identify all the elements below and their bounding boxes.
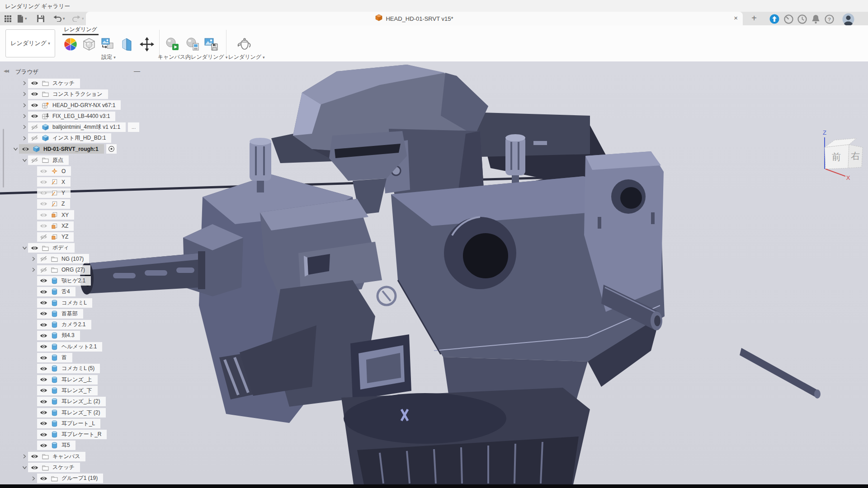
visibility-eye-icon[interactable] — [39, 289, 47, 295]
tree-row[interactable]: 耳レンズ_下 (2) — [0, 407, 149, 418]
tree-row[interactable]: グループ1 (19) — [0, 473, 149, 484]
tree-row[interactable]: ボディ — [0, 242, 149, 253]
render-teapot-icon[interactable] — [236, 37, 255, 52]
visibility-eye-icon[interactable] — [39, 179, 47, 185]
activate-component-radio[interactable] — [106, 144, 117, 154]
view-cube[interactable]: Z X 前 右 — [820, 129, 868, 183]
tree-row[interactable]: ORG (27) — [0, 264, 149, 275]
visibility-eye-icon[interactable] — [39, 223, 47, 229]
minimize-panel-icon[interactable]: — — [134, 67, 140, 75]
chevron-icon[interactable] — [30, 256, 37, 262]
scene-settings-icon[interactable] — [81, 37, 97, 52]
visibility-eye-icon[interactable] — [30, 103, 38, 108]
profile-avatar[interactable] — [842, 13, 854, 25]
history-clock-icon[interactable] — [797, 14, 807, 24]
chevron-icon[interactable] — [30, 267, 37, 272]
chevron-icon[interactable] — [12, 147, 19, 151]
chevron-icon[interactable] — [21, 465, 28, 469]
group-label-setup[interactable]: 設定▾ — [63, 53, 154, 61]
undo-icon[interactable]: ▾ — [53, 13, 65, 24]
render-in-canvas-settings-icon[interactable] — [184, 37, 201, 52]
document-tab[interactable]: HEAD_HD-01-SRVT v15* × — [86, 12, 743, 25]
collapse-panel-icon[interactable]: ◀◀ — [4, 69, 8, 73]
tree-row[interactable]: 耳5 — [0, 440, 149, 451]
visibility-eye-icon[interactable] — [39, 366, 47, 371]
tree-row[interactable]: 顎ヒゲ2.1 — [0, 275, 149, 286]
visibility-eye-icon[interactable] — [39, 410, 47, 415]
tree-row[interactable]: 頬4.3 — [0, 330, 149, 341]
visibility-eye-icon[interactable] — [30, 113, 38, 119]
tree-row[interactable]: HD-01-SRVT_rough:1 — [0, 144, 149, 155]
notifications-bell-icon[interactable] — [810, 14, 821, 24]
tree-row[interactable]: 耳レンズ_上 (2) — [0, 396, 149, 407]
chevron-icon[interactable] — [21, 91, 28, 97]
viewcube-right-face[interactable]: 右 — [851, 151, 860, 161]
tree-row[interactable]: HEAD_HD-GRY-NX v67:1 — [0, 100, 149, 111]
tree-row[interactable]: インスト用_HD_BD:1 — [0, 132, 149, 143]
visibility-eye-icon[interactable] — [39, 377, 47, 382]
visibility-eye-icon[interactable] — [39, 311, 47, 316]
tree-row[interactable]: Z — [0, 198, 149, 209]
decal-icon[interactable] — [100, 37, 116, 52]
visibility-eye-icon[interactable] — [39, 355, 47, 361]
tree-row[interactable]: 首 — [0, 352, 149, 363]
visibility-eye-icon[interactable] — [30, 91, 38, 97]
chevron-icon[interactable] — [21, 158, 28, 162]
move-icon[interactable] — [139, 37, 155, 52]
overflow-ellipsis[interactable]: ... — [128, 122, 139, 132]
group-label-in-canvas-render[interactable]: キャンバス内レンダリング▾ — [149, 53, 236, 61]
tree-row[interactable]: balljointmini_4mm球 v1 v1:1 ... — [0, 122, 149, 132]
job-status-icon[interactable] — [769, 14, 780, 24]
visibility-eye-icon[interactable] — [39, 190, 47, 196]
visibility-eye-icon[interactable] — [30, 80, 38, 86]
visibility-eye-icon[interactable] — [39, 322, 47, 328]
tree-row[interactable]: ヘルメット2.1 — [0, 341, 149, 352]
visibility-eye-icon[interactable] — [39, 278, 47, 283]
file-icon[interactable]: ▾ — [17, 13, 27, 24]
visibility-eye-icon[interactable] — [30, 124, 38, 130]
tree-row[interactable]: O — [0, 165, 149, 176]
visibility-eye-icon[interactable] — [30, 454, 38, 459]
chevron-icon[interactable] — [21, 454, 28, 459]
tree-row[interactable]: Y — [0, 188, 149, 198]
chevron-icon[interactable] — [21, 246, 28, 250]
chevron-icon[interactable] — [21, 113, 28, 119]
visibility-eye-icon[interactable] — [39, 421, 47, 426]
visibility-eye-icon[interactable] — [39, 169, 47, 174]
save-icon[interactable] — [37, 13, 44, 24]
usage-meter-icon[interactable] — [783, 14, 794, 24]
visibility-eye-icon[interactable] — [39, 476, 47, 481]
render-in-canvas-icon[interactable] — [164, 37, 180, 52]
tree-row[interactable]: XY — [0, 210, 149, 221]
ribbon-tab-render[interactable]: レンダリング — [62, 26, 99, 33]
redo-icon[interactable]: ▾ — [72, 13, 84, 24]
tree-row[interactable]: スケッチ — [0, 462, 149, 473]
tree-row[interactable]: 原点 — [0, 155, 149, 165]
tree-row[interactable]: 耳プレケート_R — [0, 429, 149, 440]
visibility-eye-icon[interactable] — [39, 443, 47, 448]
close-tab-icon[interactable]: × — [734, 14, 738, 22]
tree-row[interactable]: 首基部 — [0, 308, 149, 319]
visibility-eye-icon[interactable] — [39, 344, 47, 349]
visibility-eye-icon[interactable] — [39, 212, 47, 218]
tree-row[interactable]: コメカミL — [0, 297, 149, 308]
tree-row[interactable]: YZ — [0, 231, 149, 242]
tree-row[interactable]: 舌4 — [0, 286, 149, 297]
new-tab-button[interactable]: + — [749, 14, 760, 24]
visibility-eye-icon[interactable] — [39, 300, 47, 305]
visibility-eye-icon[interactable] — [30, 135, 38, 141]
visibility-eye-icon[interactable] — [39, 388, 47, 393]
visibility-eye-icon[interactable] — [39, 234, 47, 240]
help-icon[interactable]: ? — [824, 14, 835, 24]
visibility-eye-icon[interactable] — [30, 157, 38, 163]
chevron-icon[interactable] — [21, 124, 28, 130]
tree-row[interactable]: カメラ2.1 — [0, 319, 149, 330]
chevron-icon[interactable] — [21, 136, 28, 141]
tree-row[interactable]: キャンバス — [0, 451, 149, 462]
visibility-eye-icon[interactable] — [39, 267, 47, 273]
tree-row[interactable]: コメカミL (5) — [0, 363, 149, 374]
tree-row[interactable]: スケッチ — [0, 78, 149, 89]
texture-map-icon[interactable] — [119, 37, 135, 52]
visibility-eye-icon[interactable] — [21, 146, 29, 152]
capture-image-icon[interactable] — [203, 37, 220, 52]
